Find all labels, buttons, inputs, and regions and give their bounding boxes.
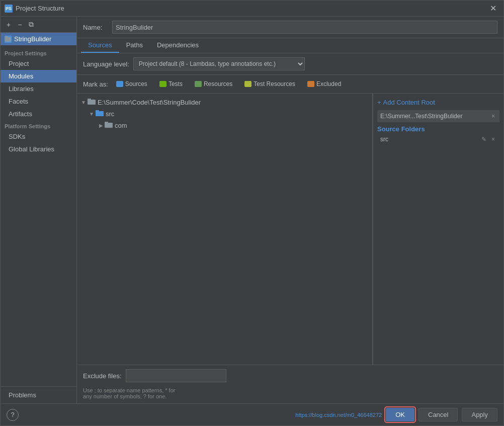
selected-module[interactable]: StringBulider: [1, 33, 76, 45]
module-icon: [5, 36, 12, 43]
sidebar-item-global-libraries[interactable]: Global Libraries: [1, 143, 76, 155]
folder-icon-com: [105, 121, 113, 130]
content-root-block: E:\Summer...Test\StringBulider × Source …: [377, 110, 499, 145]
tabs-row: Sources Paths Dependencies: [77, 38, 503, 53]
svg-rect-4: [96, 111, 104, 116]
tree-arrow-root: ▼: [81, 100, 86, 105]
sources-icon: [116, 81, 123, 87]
apply-button[interactable]: Apply: [462, 408, 497, 421]
sidebar-item-problems[interactable]: Problems: [1, 389, 76, 401]
tree-arrow-src: ▼: [89, 111, 94, 117]
tree-root[interactable]: ▼ E:\Summer\Code\Test\StringBulider: [77, 97, 372, 108]
sidebar-item-modules[interactable]: Modules: [1, 70, 76, 82]
copy-button[interactable]: ⧉: [27, 19, 36, 30]
svg-rect-3: [88, 99, 91, 100]
folder-icon-src: [96, 110, 104, 118]
tree-src-label: src: [106, 110, 114, 118]
sidebar-item-facets[interactable]: Facets: [1, 95, 76, 108]
name-label: Name:: [83, 24, 108, 31]
dialog-title: Project Structure: [16, 5, 487, 12]
exclude-label: Exclude files:: [83, 372, 122, 380]
test-resources-icon: [244, 81, 251, 87]
add-content-root-button[interactable]: + Add Content Root: [377, 98, 499, 107]
mark-as-label: Mark as:: [83, 80, 108, 88]
sidebar-bottom: Problems: [1, 386, 76, 403]
svg-rect-2: [88, 100, 96, 105]
bottom-bar: ? https://blog.csdn.net/m0_46648272 OK C…: [1, 403, 503, 425]
name-row: Name:: [77, 17, 503, 38]
edit-source-folder-button[interactable]: ✎: [480, 135, 488, 143]
language-level-row: Language level: Project default (8 - Lam…: [77, 53, 503, 75]
sidebar: + − ⧉ StringBulider Project Settings Pro…: [1, 17, 77, 403]
sidebar-item-libraries[interactable]: Libraries: [1, 82, 76, 95]
tab-dependencies[interactable]: Dependencies: [150, 38, 206, 53]
main-content: Name: Sources Paths Dependencies La: [77, 17, 503, 403]
files-area: ▼ E:\Summer\Code\Test\StringBulider ▼: [77, 94, 503, 365]
add-content-root-label: Add Content Root: [383, 99, 435, 106]
url-text: https://blog.csdn.net/m0_46648272: [295, 412, 382, 418]
tests-icon: [159, 81, 166, 87]
sidebar-item-sdks[interactable]: SDKs: [1, 130, 76, 143]
content-root-header: E:\Summer...Test\StringBulider ×: [377, 110, 499, 122]
exclude-hint: Use ; to separate name patterns, * foran…: [77, 386, 503, 403]
content-root-close-button[interactable]: ×: [490, 112, 496, 120]
tab-paths[interactable]: Paths: [119, 38, 150, 53]
name-input[interactable]: [112, 21, 497, 34]
module-name: StringBulider: [14, 35, 51, 43]
source-folders-section: Source Folders src ✎ ×: [377, 124, 499, 145]
add-button[interactable]: +: [5, 20, 13, 30]
help-button[interactable]: ?: [7, 409, 19, 421]
language-level-label: Language level:: [83, 60, 129, 68]
ok-button[interactable]: OK: [386, 408, 414, 421]
source-folders-title: Source Folders: [377, 124, 499, 134]
content-area: + − ⧉ StringBulider Project Settings Pro…: [1, 17, 503, 403]
tree-src[interactable]: ▼ src: [77, 108, 372, 120]
source-folder-name: src: [380, 136, 388, 143]
tree-com-label: com: [115, 122, 127, 129]
language-level-select[interactable]: Project default (8 - Lambdas, type annot…: [133, 57, 305, 70]
sidebar-toolbar: + − ⧉: [1, 17, 76, 33]
tree-com[interactable]: ▶ com: [77, 120, 372, 131]
platform-settings-header: Platform Settings: [1, 120, 76, 130]
svg-rect-1: [5, 36, 8, 38]
tree-arrow-com: ▶: [99, 123, 103, 128]
source-folder-actions: ✎ ×: [480, 135, 496, 143]
remove-source-folder-button[interactable]: ×: [490, 135, 496, 143]
sidebar-nav: Project Settings Project Modules Librari…: [1, 45, 76, 157]
source-folder-item: src ✎ ×: [377, 134, 499, 145]
mark-test-resources-button[interactable]: Test Resources: [240, 79, 299, 89]
mark-resources-button[interactable]: Resources: [191, 79, 236, 89]
tree-root-path: E:\Summer\Code\Test\StringBulider: [98, 99, 201, 106]
excluded-icon: [307, 81, 314, 87]
add-icon: +: [377, 99, 381, 106]
exclude-input[interactable]: [126, 369, 226, 382]
svg-rect-5: [96, 110, 99, 112]
resources-icon: [195, 81, 202, 87]
project-settings-header: Project Settings: [1, 47, 76, 57]
exclude-row: Exclude files:: [77, 365, 503, 386]
svg-rect-6: [105, 123, 113, 128]
right-panel: + Add Content Root E:\Summer...Test\Stri…: [373, 94, 503, 365]
mark-tests-button[interactable]: Tests: [155, 79, 187, 89]
tab-content: Language level: Project default (8 - Lam…: [77, 53, 503, 403]
sidebar-item-project[interactable]: Project: [1, 57, 76, 70]
project-structure-dialog: PS Project Structure ✕ + − ⧉ StringBulid…: [0, 0, 504, 426]
tab-sources[interactable]: Sources: [81, 38, 119, 53]
remove-button[interactable]: −: [16, 20, 24, 30]
svg-rect-0: [5, 37, 11, 42]
content-root-path: E:\Summer...Test\StringBulider: [380, 113, 462, 120]
close-button[interactable]: ✕: [487, 3, 499, 14]
mark-excluded-button[interactable]: Excluded: [303, 79, 345, 89]
tree-panel: ▼ E:\Summer\Code\Test\StringBulider ▼: [77, 94, 373, 365]
mark-sources-button[interactable]: Sources: [112, 79, 151, 89]
folder-icon-root: [88, 98, 96, 107]
cancel-button[interactable]: Cancel: [418, 408, 458, 421]
svg-rect-7: [105, 122, 108, 123]
title-bar: PS Project Structure ✕: [1, 1, 503, 17]
mark-as-row: Mark as: Sources Tests Resources: [77, 75, 503, 94]
sidebar-item-artifacts[interactable]: Artifacts: [1, 108, 76, 120]
app-icon: PS: [5, 5, 13, 13]
